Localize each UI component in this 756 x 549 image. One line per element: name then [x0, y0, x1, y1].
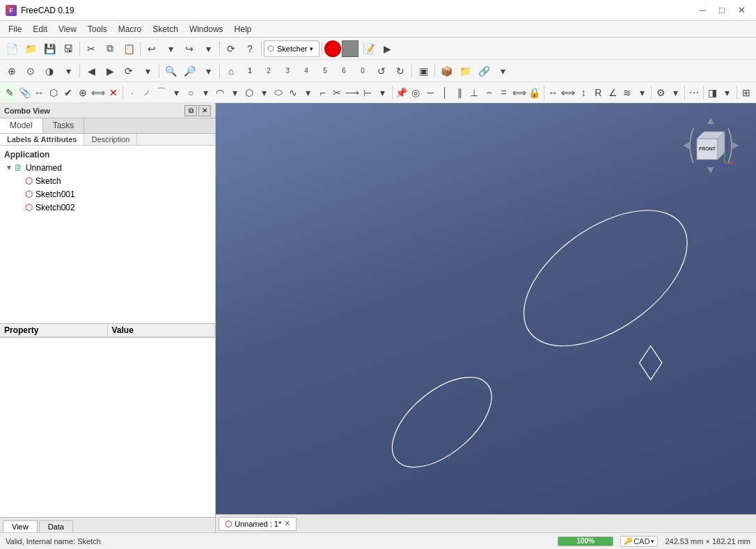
constr-fix[interactable]: 📌 [394, 84, 408, 102]
view-dropdown[interactable]: ▾ [720, 84, 734, 102]
menu-view[interactable]: View [53, 23, 82, 36]
zoom-out-button[interactable]: 🔍 [162, 62, 180, 80]
tree-sketch[interactable]: ⬡ Sketch [19, 174, 215, 187]
constr-parallel[interactable]: ∥ [452, 84, 466, 102]
macro-edit-button[interactable]: 📝 [359, 40, 377, 58]
sketch-to-part[interactable]: ⬡ [47, 84, 61, 102]
menu-macro[interactable]: Macro [113, 23, 147, 36]
combo-close-button[interactable]: ✕ [198, 105, 211, 116]
viewport-tab-close[interactable]: ✕ [284, 519, 290, 528]
navigation-cube[interactable]: FRONT x y z [679, 114, 742, 177]
link-btn[interactable]: 🔗 [475, 62, 493, 80]
new-sketch[interactable]: ✎ [3, 84, 17, 102]
constr-vert[interactable]: │ [438, 84, 452, 102]
rear-view[interactable]: 4 [297, 62, 315, 80]
home-view[interactable]: ⌂ [222, 62, 240, 80]
isometric-view[interactable]: 0 [354, 62, 372, 80]
menu-file[interactable]: File [3, 23, 27, 36]
std-group[interactable]: 📁 [456, 62, 474, 80]
cad-dropdown-arrow[interactable]: ▾ [651, 538, 654, 545]
workbench-dropdown[interactable]: ⬡ Sketcher ▾ [264, 40, 320, 57]
trim-tool[interactable]: ✂ [330, 84, 344, 102]
tilt-right[interactable]: ↻ [391, 62, 409, 80]
constr-block[interactable]: 🔒 [528, 84, 542, 102]
left-view[interactable]: 5 [316, 62, 334, 80]
tree-sketch002[interactable]: ⬡ Sketch002 [19, 201, 215, 214]
slot-tool[interactable]: ⬭ [271, 84, 285, 102]
constr-equal[interactable]: = [496, 84, 510, 102]
fillet-tool[interactable]: ⌐ [315, 84, 329, 102]
refresh-button[interactable]: ⟳ [222, 40, 240, 58]
attach-sketch[interactable]: 📎 [17, 84, 31, 102]
redo-dropdown[interactable]: ▾ [199, 40, 217, 58]
redo-button[interactable]: ↪ [180, 40, 198, 58]
tree-sketch001[interactable]: ⬡ Sketch001 [19, 187, 215, 201]
tools-dropdown[interactable]: ▾ [668, 84, 682, 102]
constr-symmetric[interactable]: ⟺ [512, 84, 527, 102]
merge-sketch[interactable]: ⊕ [76, 84, 90, 102]
cut-button[interactable]: ✂ [82, 40, 100, 58]
constr-perp[interactable]: ⊥ [467, 84, 481, 102]
arc-dropdown[interactable]: ▾ [169, 84, 183, 102]
paste-button[interactable]: 📋 [120, 40, 138, 58]
dim-dropdown[interactable]: ▾ [635, 84, 649, 102]
sync-button[interactable]: ⟳ [120, 62, 138, 80]
menu-edit[interactable]: Edit [27, 23, 53, 36]
bottom-view[interactable]: 6 [335, 62, 353, 80]
back-button[interactable]: ◀ [82, 62, 100, 80]
undo-button[interactable]: ↩ [143, 40, 161, 58]
validate-sketch[interactable]: ✔ [61, 84, 75, 102]
saveall-button[interactable]: 🖫 [59, 40, 77, 58]
bspline-tool[interactable]: ∿ [286, 84, 300, 102]
right-view[interactable]: 3 [278, 62, 297, 80]
help-button[interactable]: ? [241, 40, 259, 58]
fwd-button[interactable]: ▶ [101, 62, 119, 80]
attach-dropdown[interactable]: ⊞ [739, 84, 753, 102]
constr-coincident[interactable]: ◎ [409, 84, 423, 102]
close-button[interactable]: ✕ [732, 3, 750, 17]
toggle-constraint[interactable]: ⚙ [654, 84, 668, 102]
circle-dropdown[interactable]: ▾ [198, 84, 212, 102]
bounding-box[interactable]: ▣ [414, 62, 432, 80]
menu-tools[interactable]: Tools [82, 23, 113, 36]
sketcher-extra[interactable]: ⋯ [687, 84, 701, 102]
extend-tool[interactable]: ⟶ [345, 84, 360, 102]
dim-radius[interactable]: R [591, 84, 605, 102]
new-button[interactable]: 📄 [3, 40, 21, 58]
tab-tasks[interactable]: Tasks [43, 118, 85, 133]
front-view[interactable]: 1 [241, 62, 259, 80]
tab-model[interactable]: Model [0, 118, 43, 133]
dim-vert[interactable]: ↕ [576, 84, 590, 102]
tree-unnamed[interactable]: ▼ 🗎 Unnamed [0, 161, 215, 174]
reorient-sketch[interactable]: ↔ [32, 84, 46, 102]
btab-view[interactable]: View [3, 520, 38, 532]
conic-tool[interactable]: ◠ [213, 84, 227, 102]
constr-horiz[interactable]: ─ [423, 84, 437, 102]
save-button[interactable]: 💾 [40, 40, 58, 58]
subtab-labels[interactable]: Labels & Attributes [0, 134, 84, 145]
macro-exec-button[interactable] [324, 40, 341, 57]
bspline-dropdown[interactable]: ▾ [301, 84, 315, 102]
draw-style-button[interactable]: ◑ [40, 62, 58, 80]
view-section[interactable]: ◨ [706, 84, 720, 102]
arc-tool[interactable]: ⌒ [155, 84, 168, 102]
zoom-in-button[interactable]: 🔎 [180, 62, 198, 80]
macro-stop-button[interactable] [342, 40, 359, 57]
circle-tool[interactable]: ○ [184, 84, 198, 102]
copy-button[interactable]: ⧉ [101, 40, 119, 58]
maximize-button[interactable]: □ [713, 3, 731, 17]
menu-sketch[interactable]: Sketch [147, 23, 184, 36]
split-tool[interactable]: ⊢ [361, 84, 375, 102]
fit-selection-button[interactable]: ⊙ [22, 62, 40, 80]
point-tool[interactable]: · [125, 84, 139, 102]
viewport-tab-unnamed[interactable]: ⬡ Unnamed : 1* ✕ [219, 517, 297, 531]
zoom-dropdown[interactable]: ▾ [199, 62, 217, 80]
menu-help[interactable]: Help [229, 23, 258, 36]
tilt-left[interactable]: ↺ [372, 62, 391, 80]
open-button[interactable]: 📁 [22, 40, 40, 58]
3d-viewport[interactable]: FRONT x y z ⬡ Unnamed : 1* ✕ [216, 103, 756, 532]
geo-dropdown[interactable]: ▾ [375, 84, 389, 102]
mirror-sketch[interactable]: ⟺ [90, 84, 106, 102]
line-tool[interactable]: ⟋ [140, 84, 154, 102]
link-dropdown[interactable]: ▾ [494, 62, 512, 80]
